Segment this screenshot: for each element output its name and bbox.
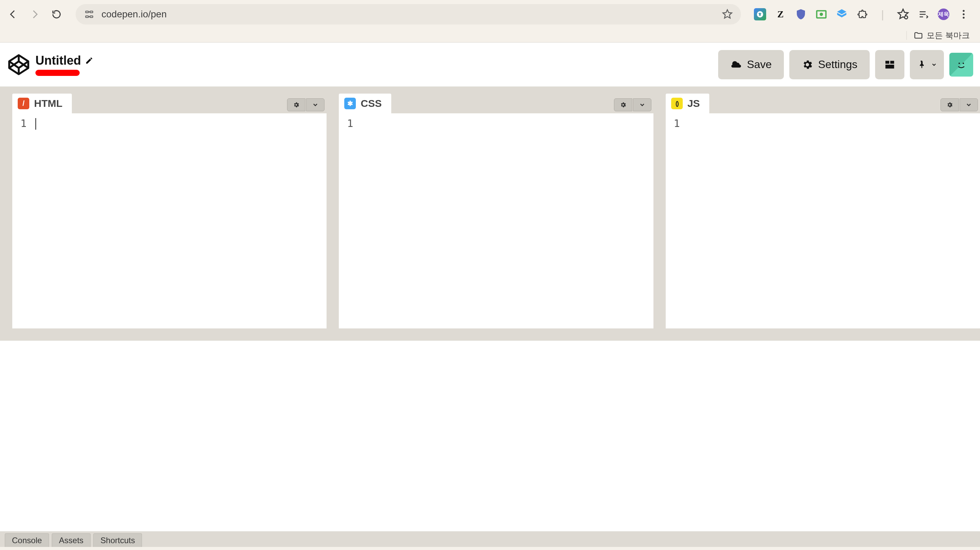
- css-tab[interactable]: CSS: [339, 94, 391, 113]
- settings-button[interactable]: Settings: [789, 50, 870, 79]
- html-lang-icon: [18, 98, 29, 109]
- bookmark-star-2-icon[interactable]: [897, 8, 909, 21]
- all-bookmarks-button[interactable]: 모든 북마크: [913, 30, 970, 41]
- editor-area: HTML 1 CSS: [0, 87, 980, 341]
- extension-icons: Z | 제욱: [754, 8, 973, 21]
- all-bookmarks-label: 모든 북마크: [926, 30, 970, 41]
- css-lang-label: CSS: [361, 98, 382, 109]
- back-button[interactable]: [7, 8, 19, 21]
- html-settings-icon[interactable]: [287, 99, 305, 111]
- svg-point-6: [905, 16, 908, 19]
- html-gutter: 1: [12, 113, 31, 328]
- html-chevron-down-icon[interactable]: [306, 99, 325, 111]
- css-panel: CSS 1: [339, 94, 653, 328]
- edit-title-icon[interactable]: [85, 57, 93, 65]
- toolbar-separator: |: [877, 8, 889, 21]
- extensions-icon[interactable]: [856, 8, 868, 21]
- css-settings-icon[interactable]: [614, 99, 632, 111]
- footer-bar: Console Assets Shortcuts: [0, 531, 980, 547]
- profile-avatar-icon[interactable]: 제욱: [938, 8, 949, 20]
- address-bar[interactable]: codepen.io/pen: [76, 4, 741, 24]
- js-chevron-down-icon[interactable]: [959, 99, 978, 111]
- svg-point-9: [963, 17, 965, 19]
- pin-button[interactable]: [910, 50, 944, 79]
- pen-title[interactable]: Untitled: [35, 53, 81, 68]
- svg-point-8: [963, 13, 965, 15]
- blue-extension-icon[interactable]: [835, 8, 848, 21]
- html-lang-label: HTML: [34, 98, 62, 109]
- js-lang-label: JS: [687, 98, 700, 109]
- google-translate-icon[interactable]: [754, 8, 766, 21]
- z-extension-icon[interactable]: Z: [774, 8, 787, 21]
- js-editor[interactable]: 1: [666, 113, 980, 328]
- css-editor[interactable]: 1: [339, 113, 653, 328]
- shortcuts-button[interactable]: Shortcuts: [93, 533, 142, 547]
- svg-rect-12: [885, 65, 894, 68]
- bookmark-bar: 모든 북마크: [0, 29, 980, 42]
- layout-button[interactable]: [875, 50, 904, 79]
- codepen-header: Untitled Save Settings: [0, 43, 980, 87]
- svg-point-13: [959, 63, 960, 64]
- codepen-logo-icon[interactable]: [7, 53, 31, 76]
- svg-rect-0: [86, 11, 89, 13]
- svg-rect-3: [90, 16, 92, 18]
- svg-rect-10: [885, 60, 889, 64]
- svg-point-7: [963, 10, 965, 12]
- bookmark-separator: [907, 31, 907, 40]
- html-panel: HTML 1: [12, 94, 326, 328]
- cursor-icon: [35, 118, 36, 130]
- css-chevron-down-icon[interactable]: [633, 99, 651, 111]
- bookmark-star-icon[interactable]: [722, 9, 733, 20]
- user-avatar[interactable]: [949, 53, 973, 76]
- js-tab[interactable]: JS: [666, 94, 710, 113]
- css-gutter: 1: [339, 113, 358, 328]
- js-lang-icon: [671, 98, 683, 109]
- save-label: Save: [747, 58, 772, 71]
- browser-menu-icon[interactable]: [958, 8, 970, 21]
- shield-extension-icon[interactable]: [795, 8, 807, 21]
- forward-button[interactable]: [29, 8, 41, 21]
- js-settings-icon[interactable]: [940, 99, 959, 111]
- author-redacted: [35, 70, 80, 76]
- green-extension-icon[interactable]: [815, 8, 827, 21]
- js-code-area[interactable]: [685, 113, 980, 328]
- js-panel: JS 1: [666, 94, 980, 328]
- svg-point-5: [820, 13, 822, 15]
- save-button[interactable]: Save: [718, 50, 784, 79]
- reading-list-icon[interactable]: [917, 8, 930, 21]
- preview-pane[interactable]: [0, 341, 980, 531]
- url-text[interactable]: codepen.io/pen: [102, 9, 715, 20]
- site-info-icon[interactable]: [84, 9, 95, 20]
- console-button[interactable]: Console: [5, 533, 49, 547]
- svg-rect-11: [890, 60, 894, 64]
- css-lang-icon: [344, 98, 356, 109]
- html-tab[interactable]: HTML: [12, 94, 72, 113]
- svg-rect-2: [90, 11, 92, 13]
- css-code-area[interactable]: [358, 113, 653, 328]
- html-editor[interactable]: 1: [12, 113, 326, 328]
- js-gutter: 1: [666, 113, 685, 328]
- settings-label: Settings: [818, 58, 858, 71]
- svg-point-14: [963, 63, 964, 64]
- assets-button[interactable]: Assets: [52, 533, 91, 547]
- svg-rect-1: [86, 16, 89, 18]
- browser-toolbar: codepen.io/pen Z | 제욱: [0, 0, 980, 29]
- reload-button[interactable]: [50, 8, 63, 21]
- html-code-area[interactable]: [31, 113, 326, 328]
